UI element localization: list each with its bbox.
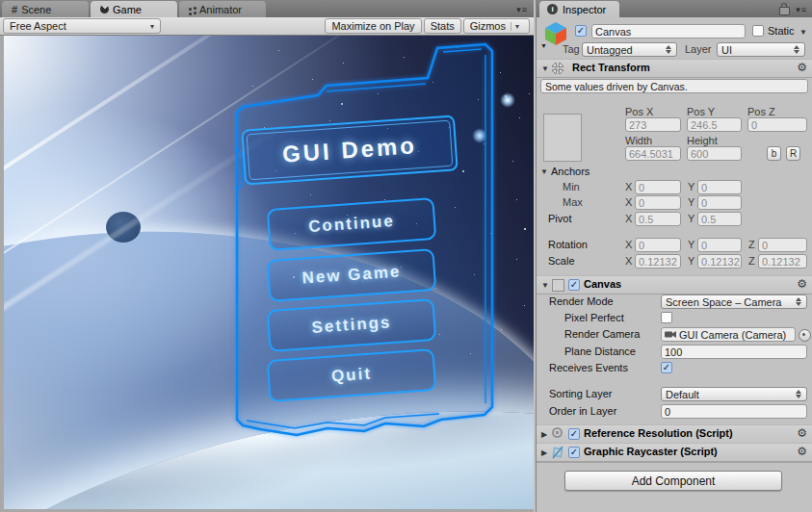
canvas-foldout-icon[interactable]: ▼ [541, 281, 549, 290]
pos-x-field[interactable]: 273 [625, 117, 681, 132]
tab-scene-label: Scene [21, 4, 51, 15]
quit-button-label: Quit [330, 365, 372, 387]
render-camera-object-field[interactable]: GUI Camera (Camera) [661, 327, 796, 342]
reference-resolution-icon [552, 427, 563, 438]
render-mode-row: Render Mode Screen Space – Camera [537, 294, 812, 310]
plane-distance-field[interactable]: 100 [661, 345, 807, 359]
tag-label: Tag [563, 43, 580, 55]
graphic-raycaster-gear-icon[interactable]: ⚙ [797, 445, 807, 458]
game-toolbar-right: Maximize on Play Stats Gizmos ▾ [324, 18, 534, 34]
max-y-field[interactable]: 0 [697, 195, 742, 210]
rect-transform-gear-icon[interactable]: ⚙ [797, 61, 807, 74]
tag-dropdown[interactable]: Untagged [582, 42, 677, 57]
order-in-layer-row: Order in Layer 0 [537, 404, 812, 420]
camera-icon [665, 330, 676, 339]
pivot-label: Pivot [548, 213, 571, 224]
rotation-z-field[interactable]: 0 [758, 238, 807, 252]
divider [537, 462, 812, 463]
new-game-button-label: New Game [301, 262, 402, 288]
maximize-on-play-button[interactable]: Maximize on Play [325, 18, 421, 34]
gizmos-button[interactable]: Gizmos ▾ [463, 18, 530, 34]
sorting-layer-label: Sorting Layer [549, 388, 612, 399]
object-picker-icon[interactable] [799, 329, 811, 342]
order-in-layer-field[interactable]: 0 [661, 404, 807, 419]
min-y-field[interactable]: 0 [697, 180, 742, 194]
rect-transform-title: Rect Transform [572, 62, 650, 73]
sorting-layer-value: Default [666, 389, 699, 400]
tab-inspector[interactable]: i Inspector [539, 1, 619, 17]
gameobject-active-checkbox[interactable]: ✓ [575, 25, 587, 37]
blueprint-mode-button[interactable]: b [767, 146, 781, 161]
layer-updown-icon [794, 45, 800, 54]
size-fields-row: 664.5031 600 b R [537, 146, 812, 162]
inspector-options-icon[interactable]: ▾≡ [796, 5, 807, 14]
tag-value: Untagged [587, 44, 633, 56]
sorting-layer-updown-icon [796, 390, 802, 398]
aspect-dropdown[interactable]: Free Aspect ▾ [3, 18, 161, 34]
tag-layer-row: Tag Untagged Layer UI [537, 42, 812, 58]
max-x-field[interactable]: 0 [635, 195, 681, 210]
chevron-down-icon: ▾ [150, 22, 154, 31]
rotation-y-field[interactable]: 0 [697, 238, 742, 252]
anchors-foldout-icon[interactable]: ▼ [540, 167, 548, 176]
pos-z-field[interactable]: 0 [747, 117, 807, 132]
rotation-x-field[interactable]: 0 [635, 238, 681, 252]
graphic-raycaster-foldout-icon[interactable]: ▶ [541, 448, 547, 457]
pane-options-icon[interactable]: ▾≡ [516, 5, 534, 17]
scale-x-field[interactable]: 0.12132 [635, 254, 681, 269]
static-checkbox[interactable] [752, 25, 764, 37]
graphic-raycaster-enabled-checkbox[interactable]: ✓ [568, 447, 580, 458]
scale-z-field[interactable]: 0.12132 [758, 254, 807, 269]
tab-animator[interactable]: Animator [179, 1, 266, 17]
max-label: Max [563, 196, 583, 208]
reference-resolution-header[interactable]: ▶ ✓ Reference Resolution (Script) ⚙ [537, 424, 812, 444]
pos-y-field[interactable]: 246.5 [687, 117, 742, 132]
axis-z-label: Z [748, 255, 755, 267]
lock-icon[interactable] [779, 7, 790, 15]
rect-transform-header[interactable]: ▼ Rect Transform ⚙ [537, 59, 812, 78]
pivot-x-field[interactable]: 0.5 [635, 212, 681, 226]
stats-button[interactable]: Stats [424, 18, 461, 34]
min-x-field[interactable]: 0 [635, 180, 681, 194]
settings-button-label: Settings [311, 313, 392, 338]
graphic-raycaster-header[interactable]: ▶ ✓ Graphic Raycaster (Script) ⚙ [537, 443, 812, 462]
pos-fields-row: 273 246.5 0 [537, 117, 812, 133]
pixel-perfect-checkbox[interactable] [661, 312, 672, 323]
game-pacman-icon [100, 5, 109, 13]
rect-transform-foldout-icon[interactable]: ▼ [541, 64, 549, 73]
canvas-enabled-checkbox[interactable]: ✓ [568, 279, 580, 291]
gizmos-chevron-down-icon: ▾ [511, 22, 523, 31]
layer-value: UI [721, 44, 732, 56]
height-field[interactable]: 600 [687, 146, 742, 161]
render-mode-dropdown[interactable]: Screen Space – Camera [661, 294, 807, 309]
maximize-on-play-label: Maximize on Play [331, 20, 414, 32]
pivot-row: Pivot X 0.5 Y 0.5 [537, 212, 812, 227]
sorting-layer-dropdown[interactable]: Default [661, 387, 807, 401]
rect-transform-icon [551, 62, 564, 75]
driven-values-helpbox: Some values driven by Canvas. [540, 79, 808, 93]
pivot-y-field[interactable]: 0.5 [697, 212, 742, 226]
min-label: Min [563, 181, 580, 192]
canvas-component-header[interactable]: ▼ ✓ Canvas ⚙ [537, 275, 812, 294]
width-field[interactable]: 664.5031 [625, 146, 681, 161]
gameobject-name-field[interactable]: Canvas [591, 24, 746, 38]
rotation-label: Rotation [548, 239, 588, 250]
aspect-dropdown-label: Free Aspect [10, 20, 66, 32]
reference-resolution-gear-icon[interactable]: ⚙ [797, 426, 807, 440]
render-camera-label: Render Camera [564, 328, 640, 340]
receives-events-label: Receives Events [549, 362, 628, 373]
receives-events-checkbox[interactable]: ✓ [661, 362, 672, 373]
add-component-button[interactable]: Add Component [564, 471, 782, 491]
static-chevron-down-icon[interactable]: ▼ [799, 28, 807, 37]
scene-grid-icon: # [12, 4, 17, 15]
raw-edit-mode-button[interactable]: R [786, 146, 800, 161]
inspector-tabstrip: i Inspector ▾≡ [537, 0, 812, 17]
reference-resolution-foldout-icon[interactable]: ▶ [541, 430, 547, 439]
tab-scene[interactable]: # Scene [2, 1, 89, 17]
reference-resolution-enabled-checkbox[interactable]: ✓ [568, 428, 580, 440]
layer-dropdown[interactable]: UI [717, 42, 805, 57]
tab-game[interactable]: Game [91, 1, 177, 17]
inspector-panel: i Inspector ▾≡ ▼ ✓ Canvas Static ▼ Tag [536, 0, 812, 512]
scale-y-field[interactable]: 0.12132 [697, 254, 742, 269]
canvas-gear-icon[interactable]: ⚙ [797, 277, 807, 291]
